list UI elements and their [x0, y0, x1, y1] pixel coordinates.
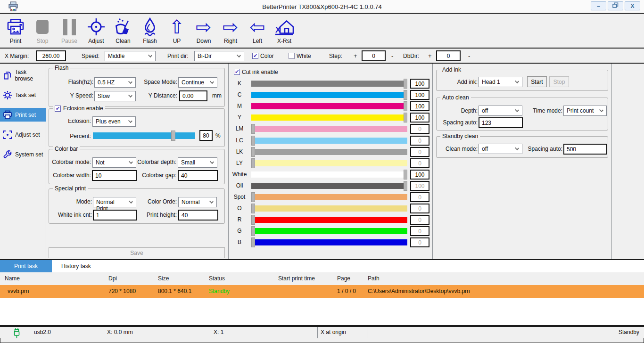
ink-white-slider[interactable] [251, 172, 407, 178]
ink-b-value-input[interactable] [410, 237, 429, 247]
toolbar-left-button[interactable]: ⇦Left [246, 14, 269, 48]
ink-m-value-input[interactable] [410, 101, 429, 111]
ink-spot-slider-thumb[interactable] [251, 192, 255, 202]
y-speed-dropdown[interactable]: Slow [94, 91, 136, 101]
toolbar-adjust-button[interactable]: Adjust [84, 14, 108, 48]
percent-slider[interactable] [93, 132, 195, 139]
print-height-input[interactable] [178, 210, 218, 220]
toolbar-flash-button[interactable]: Flash [138, 14, 162, 48]
x-margin-input[interactable] [36, 50, 66, 61]
ink-oil-slider-thumb[interactable] [404, 181, 407, 191]
clean-mode-dropdown[interactable]: off [479, 144, 522, 154]
ink-white-slider-thumb[interactable] [404, 170, 407, 180]
ink-c-value-input[interactable] [410, 90, 429, 100]
y-distance-input[interactable] [179, 90, 207, 101]
ink-lk-slider[interactable] [251, 149, 407, 155]
ink-o-slider[interactable] [251, 205, 407, 212]
depth-dropdown[interactable]: off [479, 106, 522, 116]
toolbar-print-button[interactable]: Print [4, 14, 27, 48]
ink-r-slider-thumb[interactable] [251, 215, 255, 225]
eclosion-dropdown[interactable]: Plus even [92, 116, 136, 127]
sidebar-item-task-browse[interactable]: Task browse [0, 68, 46, 82]
ink-g-value-input[interactable] [410, 226, 429, 236]
sidebar-item-system-set[interactable]: System set [0, 147, 46, 161]
ink-lm-slider[interactable] [251, 126, 407, 132]
ink-ly-slider[interactable] [251, 160, 407, 166]
ink-k-slider[interactable] [251, 81, 407, 87]
special-mode-dropdown[interactable]: Normal Print [93, 197, 136, 207]
colorbar-gap-input[interactable] [178, 170, 218, 181]
cut-ink-enable-checkbox[interactable] [234, 69, 240, 75]
toolbar-right-button[interactable]: ⇨Right [219, 14, 242, 48]
ink-y-slider[interactable] [251, 114, 407, 121]
ink-c-slider-thumb[interactable] [404, 90, 407, 100]
colorbar-width-input[interactable] [92, 170, 137, 181]
ink-g-slider[interactable] [251, 228, 407, 234]
sidebar-item-print-set[interactable]: Print set [0, 108, 46, 122]
ink-k-value-input[interactable] [410, 79, 429, 89]
ink-r-value-input[interactable] [410, 215, 429, 225]
percent-slider-thumb[interactable] [171, 131, 175, 141]
auto-spacing-input[interactable] [479, 117, 523, 128]
flash-hz-dropdown[interactable]: 0.5 HZ [94, 77, 136, 88]
ink-y-slider-thumb[interactable] [404, 113, 407, 122]
ink-lc-slider[interactable] [251, 138, 407, 144]
ink-o-value-input[interactable] [410, 204, 429, 213]
ink-ly-slider-thumb[interactable] [251, 158, 255, 168]
speed-dropdown[interactable]: Middle [105, 51, 156, 61]
ink-ly-value-input[interactable] [410, 158, 429, 168]
ink-lk-slider-thumb[interactable] [251, 147, 255, 157]
ink-b-slider[interactable] [251, 239, 407, 245]
save-button[interactable]: Save [49, 247, 225, 258]
ink-y-value-input[interactable] [410, 113, 429, 122]
close-button[interactable]: X [625, 1, 640, 10]
step-plus-button[interactable]: + [354, 52, 357, 59]
ink-lc-slider-thumb[interactable] [251, 136, 255, 146]
toolbar-clean-button[interactable]: Clean [111, 14, 135, 48]
percent-input[interactable] [199, 130, 213, 141]
colorbar-depth-dropdown[interactable]: Small [178, 157, 217, 168]
ink-lk-value-input[interactable] [410, 147, 429, 157]
tab-print-task[interactable]: Print task [0, 260, 52, 272]
ink-m-slider-thumb[interactable] [404, 101, 407, 111]
ink-m-slider[interactable] [251, 103, 407, 109]
ink-c-slider[interactable] [251, 92, 407, 98]
dbdir-input[interactable] [436, 50, 461, 61]
sidebar-item-adjust-set[interactable]: Adjust set [0, 128, 46, 141]
ink-spot-slider[interactable] [251, 194, 407, 200]
minimize-button[interactable]: – [591, 1, 606, 10]
toolbar-up-button[interactable]: ⇧UP [165, 14, 189, 48]
space-mode-dropdown[interactable]: Continue [178, 77, 217, 88]
dbdir-minus-button[interactable]: - [468, 52, 470, 59]
step-input[interactable] [362, 50, 386, 61]
standby-spacing-input[interactable] [563, 144, 607, 155]
white-checkbox[interactable] [289, 53, 295, 59]
toolbar-x-rst-button[interactable]: XX-Rst [272, 14, 296, 48]
eclosion-enable-checkbox[interactable] [55, 106, 61, 112]
color-checkbox[interactable] [252, 53, 258, 59]
dbdir-plus-button[interactable]: + [428, 52, 432, 59]
ink-g-slider-thumb[interactable] [251, 226, 255, 236]
ink-lc-value-input[interactable] [410, 136, 429, 146]
ink-r-slider[interactable] [251, 217, 407, 223]
ink-spot-value-input[interactable] [410, 192, 429, 202]
restore-button[interactable] [608, 1, 623, 10]
task-table-row[interactable]: vvvb.prn720 * 1080800.1 * 640.1Standby1 … [0, 285, 644, 298]
add-ink-head-dropdown[interactable]: Head 1 [479, 77, 522, 87]
add-ink-start-button[interactable]: Start [527, 76, 547, 87]
step-minus-button[interactable]: - [391, 52, 393, 59]
ink-oil-value-input[interactable] [410, 181, 429, 191]
white-ink-cnt-input[interactable] [93, 210, 137, 220]
ink-lm-value-input[interactable] [410, 124, 429, 134]
ink-lm-slider-thumb[interactable] [251, 124, 255, 134]
color-order-dropdown[interactable]: Normal [178, 197, 217, 207]
ink-k-slider-thumb[interactable] [404, 79, 407, 89]
toolbar-down-button[interactable]: ⇨Down [192, 14, 215, 48]
print-dir-dropdown[interactable]: Bi-Dir [194, 51, 244, 61]
time-mode-dropdown[interactable]: Print count [563, 106, 607, 116]
colorbar-mode-dropdown[interactable]: Not [92, 157, 136, 168]
ink-b-slider-thumb[interactable] [251, 237, 255, 247]
sidebar-item-task-set[interactable]: Task set [0, 88, 46, 102]
ink-o-slider-thumb[interactable] [251, 204, 255, 213]
ink-oil-slider[interactable] [251, 183, 407, 189]
